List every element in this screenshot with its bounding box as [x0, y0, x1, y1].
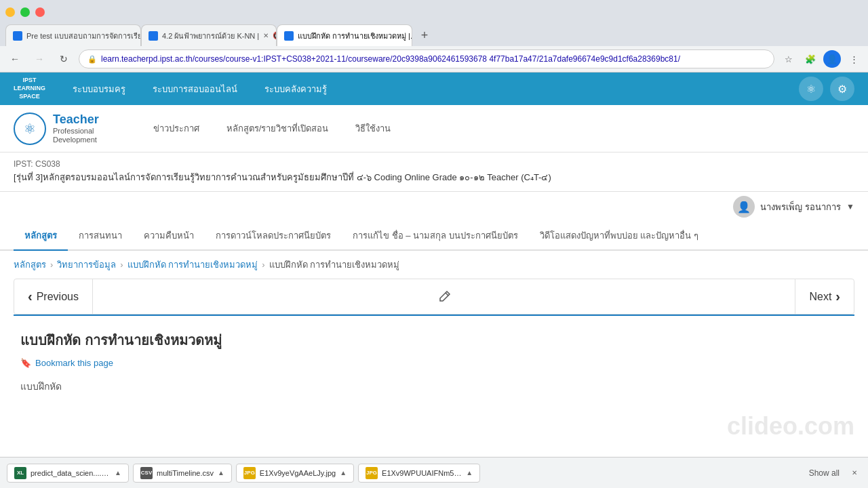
- download-chevron-1[interactable]: ▲: [115, 469, 121, 476]
- download-item-3[interactable]: JPG E1Xv9yeVgAAeLJy.jpg ▲: [236, 464, 354, 483]
- tab-label-2: 4.2 ผ้นฟ้าพยากรณ์ด้วย K-NN |: [162, 30, 259, 42]
- download-name-3: E1Xv9yeVgAAeLJy.jpg: [260, 469, 336, 477]
- top-bar-right: ⚛ ⚙: [799, 77, 854, 101]
- csv-icon: CSV: [140, 467, 153, 479]
- profile-button[interactable]: 👤: [823, 50, 841, 68]
- downloads-close-button[interactable]: ✕: [848, 466, 861, 480]
- top-nav-knowledge[interactable]: ระบบคลังความรู้: [264, 82, 327, 96]
- url-text: learn.teacherpd.ipst.ac.th/courses/cours…: [101, 54, 680, 64]
- nav-content-bar: Previous Next: [14, 279, 854, 314]
- browser-chrome: Pre test แบบสอบถามการจัดการเรียรู... ✕ 4…: [0, 0, 868, 73]
- header-nav-courses[interactable]: หลักสูตร/รายวิชาที่เปิดสอน: [226, 121, 329, 136]
- logo-text-main: Teacher: [53, 113, 99, 127]
- window-controls[interactable]: [5, 7, 45, 17]
- settings-button[interactable]: ⋮: [845, 50, 863, 68]
- breadcrumb-sep-2: ›: [120, 260, 123, 270]
- course-info-bar: IPST: CS038 [รุ่นที่ 3]หลักสูตรอบรมออนไล…: [0, 152, 868, 192]
- course-tabs: หลักสูตร การสนทนา ความคืบหน้า การดาวน์โห…: [0, 222, 868, 251]
- download-chevron-4[interactable]: ▲: [466, 469, 473, 476]
- bookmark-icon: 🔖: [20, 358, 31, 368]
- jpg-icon-2: JPG: [366, 467, 378, 479]
- tab-edit-cert[interactable]: การแก้ไข ชื่อ – นามสกุล บนประกาศนียบัตร: [342, 222, 529, 251]
- maximize-button[interactable]: [20, 7, 30, 17]
- tab-bar: Pre test แบบสอบถามการจัดการเรียรู... ✕ 4…: [0, 24, 868, 46]
- user-name: นางพรเพ็ญ รอนาการ: [760, 200, 841, 214]
- breadcrumb-current: แบบฝึกหัด การทำนายเชิงหมวดหมู่: [269, 258, 400, 272]
- breadcrumb: หลักสูตร › วิทยาการข้อมูล › แบบฝึกหัด กา…: [0, 251, 868, 279]
- close-button[interactable]: [35, 7, 45, 17]
- tab-close-2[interactable]: ✕: [263, 31, 269, 41]
- next-arrow-icon: [835, 289, 840, 304]
- previous-button[interactable]: Previous: [14, 279, 93, 314]
- prev-arrow-icon: [28, 289, 33, 304]
- logo-text: Teacher Professional Development: [53, 113, 99, 145]
- bookmark-star-button[interactable]: ☆: [780, 50, 797, 68]
- breadcrumb-link-1[interactable]: หลักสูตร: [14, 258, 46, 272]
- download-chevron-2[interactable]: ▲: [218, 469, 224, 476]
- tab-video[interactable]: วิดีโอแสดงปัญหาที่พบบ่อย และปัญหาอื่น ๆ: [529, 222, 709, 251]
- top-nav-exam[interactable]: ระบบการสอบออนไลน์: [153, 82, 237, 96]
- user-bar: 👤 นางพรเพ็ญ รอนาการ ▼: [0, 192, 868, 222]
- gear-icon[interactable]: ⚙: [830, 77, 854, 101]
- breadcrumb-sep-3: ›: [262, 260, 264, 270]
- download-item-2[interactable]: CSV multiTimeline.csv ▲: [133, 464, 232, 483]
- header-nav-howto[interactable]: วิธีใช้งาน: [355, 121, 391, 136]
- address-bar-actions: ☆ 🧩 👤 ⋮: [780, 50, 863, 68]
- tab-label-1: Pre test แบบสอบถามการจัดการเรียรู...: [26, 30, 141, 42]
- top-nav-train[interactable]: ระบบอบรมครู: [73, 82, 125, 96]
- atom-icon[interactable]: ⚛: [799, 77, 823, 101]
- tab-course[interactable]: หลักสูตร: [14, 222, 68, 251]
- ipst-logo-text: IPST LEARNING SPACE: [14, 77, 45, 100]
- bottom-bar: XL predict_data_scien....xlsx ▲ CSV mult…: [0, 457, 868, 488]
- breadcrumb-link-3[interactable]: แบบฝึกหัด การทำนายเชิงหมวดหมู่: [127, 258, 258, 272]
- edit-icon[interactable]: [435, 287, 454, 306]
- tab-label-3: แบบฝึกหัด การทำนายเชิงหมวดหมู่ |...: [298, 30, 412, 42]
- reload-button[interactable]: ↻: [54, 49, 73, 68]
- user-info[interactable]: 👤 นางพรเพ็ญ รอนาการ ▼: [733, 196, 854, 218]
- breadcrumb-link-2[interactable]: วิทยาการข้อมูล: [57, 258, 116, 272]
- bookmark-label: Bookmark this page: [35, 358, 113, 368]
- url-bar[interactable]: 🔒 learn.teacherpd.ipst.ac.th/courses/cou…: [79, 49, 774, 68]
- bookmark-link[interactable]: 🔖 Bookmark this page: [20, 358, 848, 368]
- course-code: IPST: CS038: [14, 159, 854, 169]
- ipst-logo[interactable]: IPST LEARNING SPACE: [14, 77, 45, 100]
- download-name-1: predict_data_scien....xlsx: [31, 469, 111, 477]
- forward-button[interactable]: →: [30, 49, 49, 68]
- download-name-4: E1Xv9WPUUAIFNm5.jpg: [382, 469, 462, 477]
- next-label: Next: [809, 291, 831, 303]
- show-all-button[interactable]: Show all: [809, 468, 840, 478]
- content-area: แบบฝึกหัด การทำนายเชิงหมวดหมู่ 🔖 Bookmar…: [0, 316, 868, 407]
- site-header: ⚛ Teacher Professional Development ข่าวป…: [0, 105, 868, 152]
- tab-favicon-1: [13, 31, 22, 41]
- nav-center: [93, 287, 795, 306]
- header-nav-news[interactable]: ข่าวประกาศ: [153, 121, 199, 136]
- header-nav: ข่าวประกาศ หลักสูตร/รายวิชาที่เปิดสอน วิ…: [153, 121, 391, 136]
- course-title: [รุ่นที่ 3]หลักสูตรอบรมออนไลน์การจัดการเ…: [14, 170, 854, 184]
- logo-text-sub2: Development: [53, 136, 99, 144]
- download-chevron-3[interactable]: ▲: [340, 469, 347, 476]
- tab-favicon-3: [284, 31, 294, 41]
- download-item-1[interactable]: XL predict_data_scien....xlsx ▲: [7, 464, 129, 483]
- minimize-button[interactable]: [5, 7, 15, 17]
- download-item-4[interactable]: JPG E1Xv9WPUUAIFNm5.jpg ▲: [358, 464, 480, 483]
- tab-cert[interactable]: การดาวน์โหลดประกาศนียบัตร: [205, 222, 342, 251]
- next-button[interactable]: Next: [795, 279, 854, 314]
- new-tab-button[interactable]: +: [415, 24, 434, 46]
- xlsx-icon: XL: [14, 467, 26, 479]
- extensions-button[interactable]: 🧩: [802, 50, 819, 68]
- jpg-icon-1: JPG: [243, 467, 256, 479]
- back-button[interactable]: ←: [5, 49, 24, 68]
- browser-tab-1[interactable]: Pre test แบบสอบถามการจัดการเรียรู... ✕: [5, 24, 141, 46]
- address-bar: ← → ↻ 🔒 learn.teacherpd.ipst.ac.th/cours…: [0, 46, 868, 72]
- lock-icon: 🔒: [87, 55, 97, 64]
- previous-label: Previous: [37, 291, 79, 303]
- logo-area[interactable]: ⚛ Teacher Professional Development: [14, 113, 99, 145]
- browser-tab-3[interactable]: แบบฝึกหัด การทำนายเชิงหมวดหมู่ |... ✕: [277, 24, 412, 46]
- content-title: แบบฝึกหัด การทำนายเชิงหมวดหมู่: [20, 329, 848, 351]
- logo-text-sub1: Professional: [53, 127, 99, 136]
- download-name-2: multiTimeline.csv: [157, 469, 214, 477]
- site-logo-icon: ⚛: [14, 113, 46, 145]
- browser-tab-2[interactable]: 4.2 ผ้นฟ้าพยากรณ์ด้วย K-NN | ✕ 🔇: [141, 24, 277, 46]
- tab-progress[interactable]: ความคืบหน้า: [133, 222, 205, 251]
- tab-discuss[interactable]: การสนทนา: [68, 222, 133, 251]
